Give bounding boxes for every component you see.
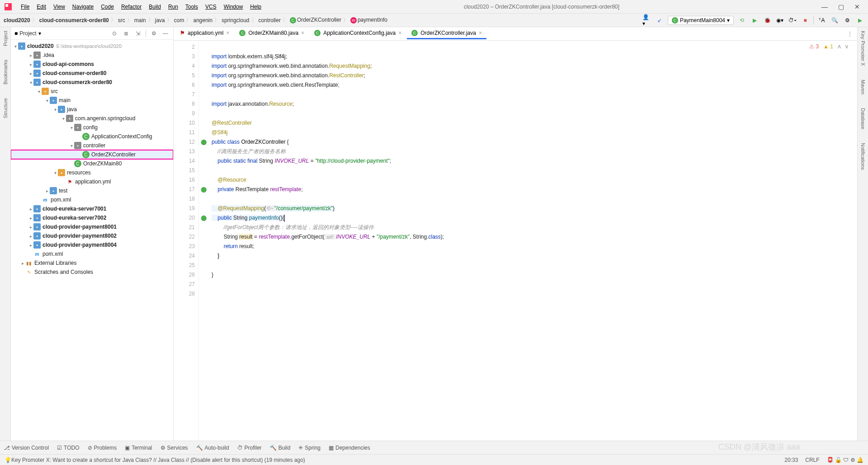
crumb[interactable]: COrderZKController — [290, 17, 341, 23]
tree-item[interactable]: ▸▪cloud-provider-payment8004 — [11, 240, 173, 249]
tool-problems[interactable]: ⊘Problems — [88, 445, 117, 451]
run-icon[interactable]: ▶ — [750, 16, 759, 25]
tree-item[interactable]: ▾▪cloud-consumerzk-order80 — [11, 78, 173, 87]
project-view-selector[interactable]: ■ Project ▾ — [14, 30, 41, 37]
tree-item[interactable]: ▸▪cloud-consumer-order80 — [11, 69, 173, 78]
menu-build[interactable]: Build — [146, 3, 164, 11]
minimize-button[interactable]: — — [819, 3, 830, 10]
editor-tab[interactable]: ⚑application.yml× — [175, 28, 234, 39]
crumb[interactable]: main — [134, 17, 146, 23]
tree-item[interactable]: ▾▪com.angenin.springcloud — [11, 114, 173, 123]
tree-item[interactable]: ▾▪main — [11, 96, 173, 105]
collapse-all-icon[interactable]: ⇲ — [134, 30, 142, 37]
tree-item[interactable]: mpom.xml — [11, 249, 173, 258]
tree-item[interactable]: ▸▪.idea — [11, 51, 173, 60]
tree-item[interactable]: ▸▪cloud-provider-payment8002 — [11, 231, 173, 240]
tab-keypromoter[interactable]: Key Promoter X — [860, 31, 866, 66]
tree-item[interactable]: COrderZKMain80 — [11, 159, 173, 168]
menu-navigate[interactable]: Navigate — [70, 3, 96, 11]
tree-item[interactable]: ✎Scratches and Consoles — [11, 268, 173, 277]
bulb-icon[interactable]: 💡 — [5, 457, 11, 463]
project-tree[interactable]: ▾▪cloud2020E:\idea-workspace\cloud2020▸▪… — [11, 40, 173, 441]
crumb[interactable]: angenin — [193, 17, 212, 23]
crumb[interactable]: java — [155, 17, 165, 23]
menu-view[interactable]: View — [51, 3, 68, 11]
tree-item[interactable]: ▸▪cloud-eureka-server7002 — [11, 213, 173, 222]
run-config-selector[interactable]: CPaymentMain8004 ▾ — [668, 16, 734, 25]
tree-item[interactable]: mpom.xml — [11, 195, 173, 204]
tab-bookmarks[interactable]: Bookmarks — [3, 60, 8, 85]
tree-item[interactable]: ▸▮▮External Libraries — [11, 258, 173, 268]
tab-notifications[interactable]: Notifications — [860, 143, 866, 170]
close-tab-icon[interactable]: × — [226, 30, 229, 36]
crumb[interactable]: cloud-consumerzk-order80 — [39, 17, 109, 23]
caret-position[interactable]: 20:33 — [784, 457, 798, 463]
tree-item[interactable]: ▸▪test — [11, 186, 173, 195]
menu-code[interactable]: Code — [98, 3, 117, 11]
coverage-icon[interactable]: ◉▾ — [775, 16, 784, 25]
crumb[interactable]: mpaymentInfo — [350, 17, 387, 23]
tree-item[interactable]: ▾▪java — [11, 105, 173, 114]
tool-build[interactable]: 🔨Build — [270, 445, 291, 451]
tab-database[interactable]: Database — [860, 108, 866, 129]
close-tab-icon[interactable]: × — [398, 30, 401, 36]
panel-settings-icon[interactable]: ⚙ — [150, 30, 158, 37]
crumb[interactable]: cloud2020 — [4, 17, 30, 23]
settings-icon[interactable]: ⚙ — [843, 16, 852, 25]
editor-tab[interactable]: COrderZKController.java× — [407, 28, 486, 39]
tree-item[interactable]: CApplicationContextConfig — [11, 132, 173, 141]
close-button[interactable]: ✕ — [852, 3, 863, 10]
line-separator[interactable]: CRLF — [805, 457, 819, 463]
stop-icon[interactable]: ■ — [801, 16, 810, 25]
menu-vcs[interactable]: VCS — [203, 3, 219, 11]
tree-item[interactable]: ▾▪resources — [11, 168, 173, 177]
build-icon[interactable]: ⟲ — [737, 16, 746, 25]
menu-edit[interactable]: Edit — [34, 3, 49, 11]
tree-item[interactable]: ▾▪config — [11, 123, 173, 132]
select-opened-icon[interactable]: ⊙ — [110, 30, 118, 37]
tab-structure[interactable]: Structure — [3, 98, 8, 118]
tab-maven[interactable]: Maven — [860, 80, 866, 94]
tree-item[interactable]: COrderZKController — [11, 150, 173, 159]
maximize-button[interactable]: ▢ — [835, 3, 846, 10]
crumb[interactable]: springcloud — [222, 17, 249, 23]
tree-item[interactable]: ⚑application.yml — [11, 177, 173, 186]
menu-run[interactable]: Run — [165, 3, 181, 11]
tool-terminal[interactable]: ▣Terminal — [125, 445, 152, 451]
debug-icon[interactable]: 🐞 — [763, 16, 772, 25]
tree-item[interactable]: ▾▪src — [11, 87, 173, 96]
close-tab-icon[interactable]: × — [479, 30, 482, 36]
panel-hide-icon[interactable]: — — [161, 30, 170, 37]
tree-item[interactable]: ▸▪cloud-api-commons — [11, 60, 173, 69]
close-tab-icon[interactable]: × — [301, 30, 304, 36]
crumb[interactable]: src — [118, 17, 125, 23]
tab-project[interactable]: Project — [3, 31, 8, 46]
code-area[interactable]: import lombok.extern.slf4j.Slf4j;import … — [208, 41, 857, 441]
crumb[interactable]: controller — [259, 17, 281, 23]
editor-tab[interactable]: COrderZKMain80.java× — [235, 28, 309, 39]
tree-item[interactable]: ▾▪controller — [11, 141, 173, 150]
tool-profiler[interactable]: ⏱Profiler — [237, 445, 262, 451]
editor-tab[interactable]: CApplicationContextConfig.java× — [310, 28, 406, 39]
tool-deps[interactable]: ▦Dependencies — [329, 445, 370, 451]
menu-file[interactable]: File — [18, 3, 32, 11]
expand-all-icon[interactable]: ≣ — [122, 30, 130, 37]
menu-refactor[interactable]: Refactor — [118, 3, 144, 11]
tree-item[interactable]: ▸▪cloud-eureka-server7001 — [11, 204, 173, 213]
menu-tools[interactable]: Tools — [183, 3, 201, 11]
tool-services[interactable]: ⚙Services — [160, 445, 188, 451]
search-icon[interactable]: 🔍 — [830, 16, 839, 25]
crumb[interactable]: com — [174, 17, 184, 23]
translate-icon[interactable]: ᵀA — [817, 16, 826, 25]
tool-vcs[interactable]: ⎇Version Control — [4, 445, 49, 451]
play-icon[interactable]: ▶ — [855, 16, 864, 25]
editor-body[interactable]: ⚠ 3 ▲ 1 ʌv 23456789101112131415161718192… — [174, 41, 857, 441]
back-icon[interactable]: ↙ — [655, 16, 664, 25]
tool-spring[interactable]: ✳Spring — [298, 445, 321, 451]
status-icons[interactable]: 📮 🔓 🛡 ⚙ 🔔 — [827, 457, 863, 463]
tree-item[interactable]: ▸▪cloud-provider-payment8001 — [11, 222, 173, 231]
tool-todo[interactable]: ☑TODO — [57, 445, 79, 451]
menu-help[interactable]: Help — [247, 3, 264, 11]
tool-autobuild[interactable]: 🔨Auto-build — [196, 445, 229, 451]
editor-tabs-menu[interactable]: ⋮ — [843, 31, 857, 37]
